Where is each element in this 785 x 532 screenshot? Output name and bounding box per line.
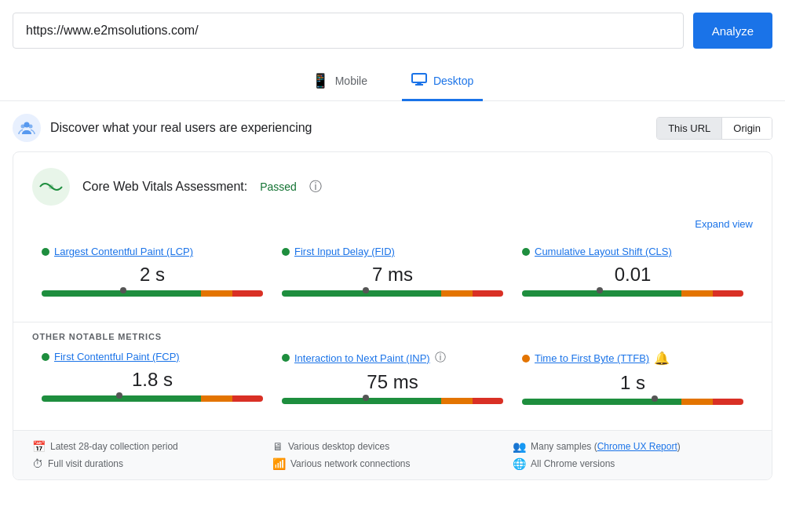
help-icon[interactable]: ⓘ — [309, 179, 322, 195]
bar-track-inp — [282, 398, 503, 404]
svg-point-5 — [29, 125, 33, 129]
tab-desktop[interactable]: Desktop — [402, 64, 483, 101]
bar-red-cls — [713, 290, 743, 297]
metrics-grid: Largest Contentful Paint (LCP) 2 s Fir — [32, 239, 753, 322]
metric-value-ttfb: 1 s — [522, 372, 743, 394]
metric-label-fcp: First Contentful Paint (FCP) — [42, 351, 263, 363]
top-bar: Analyze — [0, 0, 785, 58]
footer-text-1-0: Various desktop devices — [288, 441, 389, 452]
svg-point-3 — [24, 122, 30, 128]
metric-dot-fcp — [42, 353, 49, 361]
bar-marker-dot-lcp — [120, 287, 126, 293]
bar-marker-inp — [361, 395, 371, 407]
footer-icon-2-1: 🌐 — [513, 457, 526, 470]
bar-red-fcp — [232, 395, 263, 402]
svg-point-6 — [49, 184, 53, 189]
bar-marker-cls — [595, 287, 604, 300]
bar-red-inp — [473, 398, 503, 404]
metric-col-cls: Cumulative Layout Shift (CLS) 0.01 — [513, 239, 753, 309]
bar-marker-lcp — [119, 287, 128, 300]
bar-marker-dot-inp — [363, 395, 369, 401]
bar-red-ttfb — [713, 399, 743, 405]
other-metrics-label: OTHER NOTABLE METRICS — [32, 322, 753, 344]
footer-item-2-0: 👥 Many samples (Chrome UX Report) — [513, 440, 753, 453]
footer-item-0-1: ⏱ Full visit durations — [32, 457, 272, 470]
expand-view-button[interactable]: Expand view — [32, 212, 753, 239]
info-icon-inp[interactable]: ⓘ — [435, 351, 446, 365]
bell-icon-ttfb[interactable]: 🔔 — [654, 351, 670, 366]
metric-dot-fid — [282, 248, 290, 256]
bar-track-fcp — [42, 395, 263, 402]
tab-mobile-label: Mobile — [335, 75, 367, 87]
url-origin-toggle: This URL Origin — [656, 117, 772, 140]
bar-red-fid — [473, 290, 503, 297]
discover-bar: Discover what your real users are experi… — [0, 101, 785, 151]
metric-value-inp: 75 ms — [282, 371, 503, 393]
bar-yellow-cls — [681, 290, 712, 297]
bar-marker-dot-ttfb — [652, 395, 658, 402]
desktop-icon — [411, 73, 427, 89]
metric-name-lcp[interactable]: Largest Contentful Paint (LCP) — [54, 246, 193, 257]
cwv-assessment-label: Core Web Vitals Assessment: — [82, 180, 247, 194]
metric-col-lcp: Largest Contentful Paint (LCP) 2 s — [32, 239, 272, 309]
metric-dot-ttfb — [522, 355, 530, 363]
discover-title: Discover what your real users are experi… — [50, 121, 312, 135]
footer-item-0-0: 📅 Latest 28-day collection period — [32, 440, 272, 453]
metric-name-ttfb[interactable]: Time to First Byte (TTFB) — [535, 352, 649, 364]
bar-container-fcp — [42, 395, 263, 402]
footer-icon-0-1: ⏱ — [32, 457, 43, 470]
metric-label-ttfb: Time to First Byte (TTFB) 🔔 — [522, 351, 743, 366]
origin-button[interactable]: Origin — [722, 118, 772, 139]
bar-container-cls — [522, 290, 743, 297]
metric-label-inp: Interaction to Next Paint (INP) ⓘ — [282, 351, 503, 365]
bar-container-inp — [282, 398, 503, 404]
footer-icon-2-0: 👥 — [513, 440, 526, 453]
cwv-icon — [32, 168, 70, 206]
bar-yellow-ttfb — [681, 399, 712, 405]
bar-container-fid — [282, 290, 503, 297]
metric-name-inp[interactable]: Interaction to Next Paint (INP) — [294, 352, 430, 364]
url-input[interactable] — [13, 13, 684, 49]
footer-item-2-1: 🌐 All Chrome versions — [513, 457, 753, 470]
metric-col-fcp: First Contentful Paint (FCP) 1.8 s — [32, 344, 272, 417]
metric-label-lcp: Largest Contentful Paint (LCP) — [42, 246, 263, 257]
metric-label-fid: First Input Delay (FID) — [282, 246, 503, 257]
metric-value-cls: 0.01 — [522, 264, 743, 286]
bar-red-lcp — [232, 290, 263, 297]
metric-label-cls: Cumulative Layout Shift (CLS) — [522, 246, 743, 257]
svg-rect-0 — [412, 74, 426, 82]
metric-value-fcp: 1.8 s — [42, 369, 263, 391]
footer-text-1-1: Various network connections — [290, 458, 411, 469]
bar-track-cls — [522, 290, 743, 297]
bar-yellow-lcp — [201, 290, 232, 297]
bar-container-lcp — [42, 290, 263, 297]
bar-marker-dot-fid — [363, 287, 369, 293]
metric-name-cls[interactable]: Cumulative Layout Shift (CLS) — [535, 246, 672, 257]
metric-value-fid: 7 ms — [282, 264, 503, 286]
avatar — [13, 114, 41, 142]
bar-yellow-fcp — [201, 395, 232, 402]
footer-col-1: 🖥 Various desktop devices 📶 Various netw… — [272, 440, 513, 470]
footer-col-2: 👥 Many samples (Chrome UX Report) 🌐 All … — [513, 440, 753, 470]
bar-track-fid — [282, 290, 503, 297]
analyze-button[interactable]: Analyze — [693, 13, 772, 49]
this-url-button[interactable]: This URL — [657, 118, 722, 139]
footer-icon-1-0: 🖥 — [272, 440, 283, 453]
main-card: Core Web Vitals Assessment: Passed ⓘ Exp… — [13, 151, 772, 480]
bar-yellow-inp — [441, 398, 472, 404]
footer-link-2-0[interactable]: Chrome UX Report — [597, 441, 677, 452]
tab-desktop-label: Desktop — [433, 75, 473, 87]
bar-marker-dot-cls — [597, 287, 603, 293]
metric-dot-cls — [522, 248, 530, 256]
bar-marker-fcp — [115, 392, 124, 405]
tab-bar: 📱 Mobile Desktop — [0, 58, 785, 101]
discover-left: Discover what your real users are experi… — [13, 114, 312, 142]
footer-item-1-0: 🖥 Various desktop devices — [272, 440, 513, 453]
metric-name-fcp[interactable]: First Contentful Paint (FCP) — [54, 351, 180, 363]
bar-yellow-fid — [441, 290, 472, 297]
metric-name-fid[interactable]: First Input Delay (FID) — [294, 246, 395, 257]
bar-track-lcp — [42, 290, 263, 297]
metric-value-lcp: 2 s — [42, 264, 263, 286]
tab-mobile[interactable]: 📱 Mobile — [302, 64, 377, 101]
footer-text-2-1: All Chrome versions — [531, 458, 615, 469]
